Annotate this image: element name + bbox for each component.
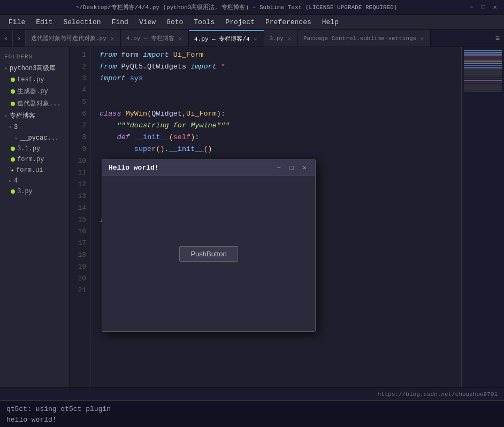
dialog-close-button[interactable]: ✕ bbox=[300, 164, 309, 172]
tab-close-icon[interactable]: ✕ bbox=[287, 35, 292, 42]
sidebar-file-label: 生成器.py bbox=[17, 87, 48, 96]
main-layout: FOLDERS ▾ python3高级库 test.py 生成器.py 迭代器对… bbox=[0, 47, 504, 387]
sidebar-folder-label: 3 bbox=[14, 124, 18, 131]
code-line-7: """docstring for Mywine""" bbox=[100, 120, 453, 132]
sidebar-item-formpy[interactable]: form.py bbox=[0, 154, 69, 165]
sidebar-file-label: test.py bbox=[17, 76, 44, 83]
file-star-icon: ✦ bbox=[11, 167, 14, 173]
menu-item-find[interactable]: Find bbox=[108, 17, 133, 27]
restore-button[interactable]: □ bbox=[479, 4, 487, 11]
tab-close-icon[interactable]: ✕ bbox=[110, 35, 115, 42]
sidebar-folder-label: 4 bbox=[14, 177, 18, 185]
tab-3[interactable]: 3.py✕ bbox=[264, 30, 298, 47]
push-button[interactable]: PushButton bbox=[179, 246, 238, 262]
sidebar-item-iterator[interactable]: 迭代器对象... bbox=[0, 97, 69, 110]
file-dot-icon bbox=[11, 102, 15, 106]
line-numbers: 12345 678910 1112131415 1617181920 21 bbox=[70, 47, 91, 387]
file-dot-icon bbox=[11, 189, 15, 194]
sidebar-file-label: 3.py bbox=[17, 188, 33, 195]
dialog-restore-button[interactable]: □ bbox=[287, 164, 296, 172]
sidebar-item-3[interactable]: ▾ 3 bbox=[0, 122, 69, 133]
file-dot-icon bbox=[11, 78, 15, 82]
sidebar-header: FOLDERS bbox=[0, 51, 69, 62]
menu-item-project[interactable]: Project bbox=[221, 17, 259, 27]
window-controls: − □ ✕ bbox=[468, 4, 499, 11]
hello-dialog: Hello world! − □ ✕ PushButton bbox=[102, 159, 316, 332]
tab-prev-button[interactable]: ‹ bbox=[0, 30, 13, 47]
code-line-9: super().__init__() bbox=[100, 143, 453, 155]
code-line-6: class MyWin(QWidget,Ui_Form): bbox=[100, 108, 453, 120]
dialog-title: Hello world! bbox=[109, 164, 274, 172]
code-line-1: from form import Ui_Form bbox=[100, 49, 453, 61]
minimap bbox=[461, 47, 504, 387]
expand-icon: ▾ bbox=[9, 124, 12, 131]
sidebar-file-label: 3.1.py bbox=[17, 145, 40, 152]
sidebar-item-python3[interactable]: ▾ python3高级库 bbox=[0, 62, 69, 74]
file-dot-icon bbox=[11, 157, 15, 162]
console-area: qt5ct: using qt5ct plugin hello world! bbox=[0, 400, 504, 427]
code-line-8: def __init__(self): bbox=[100, 132, 453, 143]
dialog-body: PushButton bbox=[102, 176, 315, 331]
menu-item-edit[interactable]: Edit bbox=[32, 17, 57, 27]
tab-close-icon[interactable]: ✕ bbox=[178, 35, 183, 42]
expand-icon: ▸ bbox=[15, 135, 18, 141]
close-button[interactable]: ✕ bbox=[491, 4, 499, 11]
file-dot-icon bbox=[11, 89, 15, 94]
menu-item-goto[interactable]: Goto bbox=[162, 17, 187, 27]
tab-close-icon[interactable]: ✕ bbox=[419, 35, 425, 42]
expand-icon: ▸ bbox=[9, 178, 12, 184]
sidebar-folder-label: python3高级库 bbox=[10, 64, 56, 73]
sidebar-file-label: 迭代器对象... bbox=[17, 99, 61, 108]
console-line-1: qt5ct: using qt5ct plugin bbox=[6, 404, 498, 415]
menu-item-preferences[interactable]: Preferences bbox=[261, 17, 316, 27]
tab-label: 4.py — 专栏博客/4 bbox=[194, 35, 249, 43]
menu-bar: FileEditSelectionFindViewGotoToolsProjec… bbox=[0, 15, 504, 30]
sidebar-item-formui[interactable]: ✦ form.ui bbox=[0, 165, 69, 176]
tab-2[interactable]: 4.py — 专栏博客/4✕ bbox=[189, 30, 264, 47]
code-line-2: from PyQt5.QtWidgets import * bbox=[100, 61, 453, 73]
minimize-button[interactable]: − bbox=[468, 4, 475, 11]
tab-bar: ‹ › 迭代器对象与可迭代对象.py✕4.py — 专栏博客✕4.py — 专栏… bbox=[0, 30, 504, 47]
menu-item-view[interactable]: View bbox=[135, 17, 160, 27]
sidebar-file-label: form.ui bbox=[16, 166, 43, 174]
sidebar-item-3py[interactable]: 3.py bbox=[0, 186, 69, 197]
editor-area: 12345 678910 1112131415 1617181920 21 fr… bbox=[70, 47, 504, 387]
sidebar-folder-label: __pycac... bbox=[20, 134, 59, 142]
title-bar: ~/Desktop/专栏博客/4/4.py (python3高级用法, 专栏博客… bbox=[0, 0, 504, 15]
tab-close-icon[interactable]: ✕ bbox=[253, 35, 258, 43]
status-bar: https://blog.csdn.net/chouzhou9701 bbox=[0, 387, 504, 400]
tab-label: 3.py bbox=[270, 35, 284, 42]
menu-item-tools[interactable]: Tools bbox=[189, 17, 219, 27]
expand-icon: ▾ bbox=[4, 65, 7, 72]
menu-item-help[interactable]: Help bbox=[318, 17, 343, 27]
sidebar-item-zhuanlan[interactable]: ▾ 专栏博客 bbox=[0, 110, 69, 122]
sidebar-item-4[interactable]: ▸ 4 bbox=[0, 176, 69, 186]
sidebar-file-label: form.py bbox=[17, 156, 44, 163]
sidebar-item-test[interactable]: test.py bbox=[0, 74, 69, 85]
tab-0[interactable]: 迭代器对象与可迭代对象.py✕ bbox=[26, 30, 121, 47]
code-line-3: import sys bbox=[100, 73, 453, 85]
menu-item-selection[interactable]: Selection bbox=[59, 17, 105, 27]
sidebar: FOLDERS ▾ python3高级库 test.py 生成器.py 迭代器对… bbox=[0, 47, 70, 387]
expand-icon: ▾ bbox=[4, 113, 7, 119]
tab-1[interactable]: 4.py — 专栏博客✕ bbox=[121, 30, 189, 47]
tab-4[interactable]: Package Control.sublime-settings✕ bbox=[298, 30, 431, 47]
tab-more-button[interactable]: ≡ bbox=[491, 30, 504, 47]
sidebar-item-31py[interactable]: 3.1.py bbox=[0, 143, 69, 154]
file-dot-icon bbox=[11, 147, 15, 151]
menu-item-file[interactable]: File bbox=[4, 17, 29, 27]
sidebar-item-generator[interactable]: 生成器.py bbox=[0, 85, 69, 97]
code-line-4 bbox=[100, 85, 453, 96]
sidebar-folder-label: 专栏博客 bbox=[10, 111, 35, 120]
dialog-title-bar: Hello world! − □ ✕ bbox=[102, 160, 315, 176]
title-text: ~/Desktop/专栏博客/4/4.py (python3高级用法, 专栏博客… bbox=[5, 3, 468, 11]
tab-next-button[interactable]: › bbox=[13, 30, 26, 47]
code-line-5 bbox=[100, 96, 453, 108]
sidebar-item-pycache[interactable]: ▸ __pycac... bbox=[0, 133, 69, 143]
tab-label: 4.py — 专栏博客 bbox=[126, 34, 174, 42]
dialog-controls: − □ ✕ bbox=[274, 164, 309, 172]
console-line-2: hello world! bbox=[6, 415, 498, 425]
tab-label: Package Control.sublime-settings bbox=[303, 35, 416, 42]
tab-label: 迭代器对象与可迭代对象.py bbox=[31, 34, 106, 42]
dialog-minimize-button[interactable]: − bbox=[274, 164, 283, 172]
